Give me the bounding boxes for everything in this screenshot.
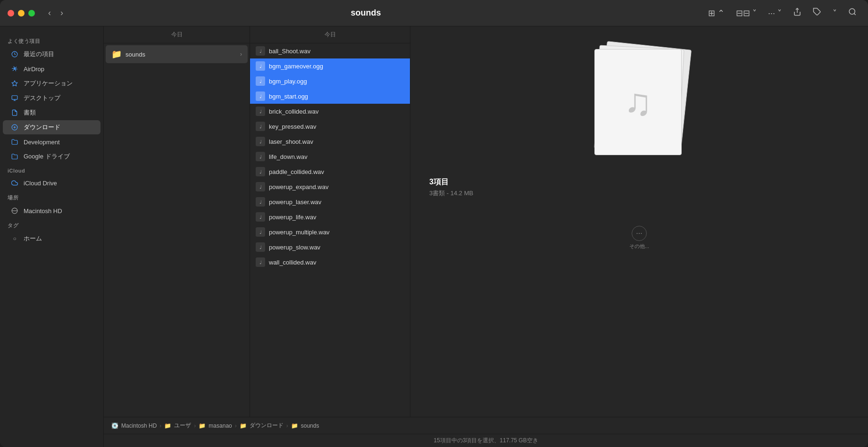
file-name: paddle_collided.wav [269, 168, 324, 175]
breadcrumb-macintosh-hd[interactable]: 💽 Macintosh HD [111, 422, 157, 429]
breadcrumb-bar: 💽 Macintosh HD › 📁 ユーザ › 📁 masanao › 📁 ダ… [104, 417, 868, 434]
file-item-bgm-play[interactable]: ♩ bgm_play.ogg [250, 74, 410, 89]
col1-header: 今日 [104, 26, 250, 43]
file-name: bgm_start.ogg [269, 93, 308, 100]
column-1: 今日 📁 sounds › [104, 26, 250, 417]
breadcrumb-masanao[interactable]: 📁 masanao [199, 422, 232, 429]
audio-file-icon: ♩ [256, 212, 265, 222]
sidebar-item-downloads[interactable]: ダウンロード [3, 120, 100, 134]
file-browser: 今日 📁 sounds › 今日 ♩ ball_Shoot.wav [104, 26, 868, 447]
file-item-powerup-slow[interactable]: ♩ powerup_slow.wav [250, 240, 410, 255]
sidebar-toggle-button[interactable]: ˅ [829, 6, 841, 20]
file-item-bgm-start[interactable]: ♩ bgm_start.ogg [250, 89, 410, 104]
breadcrumb-downloads[interactable]: 📁 ダウンロード [240, 422, 284, 430]
breadcrumb-sep-2: › [194, 422, 196, 429]
file-item-powerup-laser[interactable]: ♩ powerup_laser.wav [250, 194, 410, 209]
preview-more-button[interactable]: ··· その他... [629, 226, 649, 250]
macintosh-hd-breadcrumb-icon: 💽 [111, 422, 118, 429]
file-name: ball_Shoot.wav [269, 48, 310, 55]
file-item-ball-shoot[interactable]: ♩ ball_Shoot.wav [250, 43, 410, 58]
breadcrumb-masanao-label: masanao [209, 422, 232, 429]
finder-window: ‹ › sounds ⊞ ⌃ ⊟⊟ ˅ ··· ˅ ˅ [0, 0, 868, 447]
breadcrumb-users[interactable]: 📁 ユーザ [164, 422, 191, 430]
more-options-button[interactable]: ··· ˅ [764, 6, 785, 20]
file-item-brick-collided[interactable]: ♩ brick_collided.wav [250, 104, 410, 119]
sidebar-icloud-drive-label: iCloud Drive [24, 180, 57, 187]
file-item-key-pressed[interactable]: ♩ key_pressed.wav [250, 119, 410, 134]
minimize-button[interactable] [18, 10, 25, 17]
icloud-drive-icon [10, 179, 19, 187]
sidebar-development-label: Development [24, 139, 60, 146]
sidebar-downloads-label: ダウンロード [24, 123, 60, 132]
file-name: powerup_life.wav [269, 214, 316, 221]
users-breadcrumb-icon: 📁 [164, 422, 171, 429]
search-button[interactable] [844, 6, 860, 20]
status-bar: 15項目中の3項目を選択、117.75 GB空き [104, 434, 868, 447]
sidebar-item-home-tag[interactable]: ○ ホーム [3, 232, 100, 246]
more-dots-icon: ··· [632, 226, 647, 241]
sidebar-item-google-drive[interactable]: Google ドライブ [3, 149, 100, 164]
file-item-paddle-collided[interactable]: ♩ paddle_collided.wav [250, 164, 410, 179]
file-item-powerup-life[interactable]: ♩ powerup_life.wav [250, 209, 410, 224]
audio-file-icon: ♩ [256, 152, 265, 161]
window-title: sounds [27, 8, 704, 18]
audio-file-icon: ♩ [256, 197, 265, 207]
audio-file-icon: ♩ [256, 227, 265, 237]
file-item-powerup-multiple[interactable]: ♩ powerup_multiple.wav [250, 224, 410, 240]
applications-icon [10, 79, 19, 88]
sidebar-item-desktop[interactable]: デスクトップ [3, 91, 100, 105]
status-text: 15項目中の3項目を選択、117.75 GB空き [434, 437, 538, 445]
svg-marker-6 [12, 81, 17, 86]
audio-file-icon: ♩ [256, 257, 265, 267]
sidebar-desktop-label: デスクトップ [24, 94, 60, 102]
file-list: ♩ ball_Shoot.wav ♩ bgm_gameover.ogg ♩ bg… [250, 43, 410, 417]
svg-line-3 [854, 13, 855, 15]
main-content: よく使う項目 最近の項目 AirDrop [0, 26, 868, 447]
close-button[interactable] [8, 10, 14, 17]
downloads-breadcrumb-icon: 📁 [240, 422, 247, 429]
file-item-life-down[interactable]: ♩ life_down.wav [250, 149, 410, 164]
sidebar-item-applications[interactable]: アプリケーション [3, 76, 100, 91]
file-item-bgm-gameover[interactable]: ♩ bgm_gameover.ogg [250, 58, 410, 74]
preview-info: 3項目 3書類 - 14.2 MB [420, 177, 859, 207]
file-name: key_pressed.wav [269, 123, 316, 130]
sidebar-item-macintosh-hd[interactable]: Macintosh HD [3, 204, 100, 218]
view-grid-button[interactable]: ⊟⊟ ˅ [732, 6, 760, 20]
svg-point-2 [849, 8, 855, 14]
tag-button[interactable] [809, 6, 825, 20]
file-name: laser_shoot.wav [269, 138, 313, 145]
file-item-wall-collided[interactable]: ♩ wall_collided.wav [250, 255, 410, 270]
file-item-laser-shoot[interactable]: ♩ laser_shoot.wav [250, 134, 410, 149]
audio-file-icon: ♩ [256, 76, 265, 86]
file-preview-stack: ♫ [592, 45, 686, 158]
file-name: powerup_laser.wav [269, 199, 321, 206]
paper-front: ♫ [594, 49, 682, 155]
sidebar-item-airdrop[interactable]: AirDrop [3, 62, 100, 76]
music-note-icon: ♫ [624, 81, 652, 124]
icloud-label: iCloud [0, 164, 103, 175]
breadcrumb-macintosh-hd-label: Macintosh HD [121, 422, 157, 429]
sidebar-item-icloud-drive[interactable]: iCloud Drive [3, 176, 100, 190]
sidebar-item-recents[interactable]: 最近の項目 [3, 47, 100, 61]
preview-item-detail: 3書類 - 14.2 MB [429, 189, 849, 198]
file-name: life_down.wav [269, 153, 308, 160]
sidebar-item-development[interactable]: Development [3, 135, 100, 149]
view-columns-button[interactable]: ⊞ ⌃ [704, 6, 728, 20]
preview-icon-area: ♫ [573, 36, 705, 168]
documents-icon [10, 108, 19, 117]
sidebar-home-tag-label: ホーム [24, 234, 42, 243]
sounds-folder-item[interactable]: 📁 sounds › [106, 45, 248, 63]
file-name: wall_collided.wav [269, 259, 316, 266]
toolbar-right: ⊞ ⌃ ⊟⊟ ˅ ··· ˅ ˅ [704, 6, 860, 20]
desktop-icon [10, 94, 19, 102]
titlebar: ‹ › sounds ⊞ ⌃ ⊟⊟ ˅ ··· ˅ ˅ [0, 0, 868, 26]
file-item-powerup-expand[interactable]: ♩ powerup_expand.wav [250, 179, 410, 194]
sidebar-macintosh-hd-label: Macintosh HD [24, 207, 62, 215]
audio-file-icon: ♩ [256, 242, 265, 252]
file-name: bgm_play.ogg [269, 78, 307, 85]
column-3-preview: ♫ 3項目 3書類 - 14.2 MB ··· その他... [410, 26, 868, 417]
google-drive-icon [10, 152, 19, 161]
breadcrumb-sounds[interactable]: 📁 sounds [291, 422, 319, 429]
sidebar-item-documents[interactable]: 書類 [3, 106, 100, 120]
share-button[interactable] [789, 6, 805, 20]
